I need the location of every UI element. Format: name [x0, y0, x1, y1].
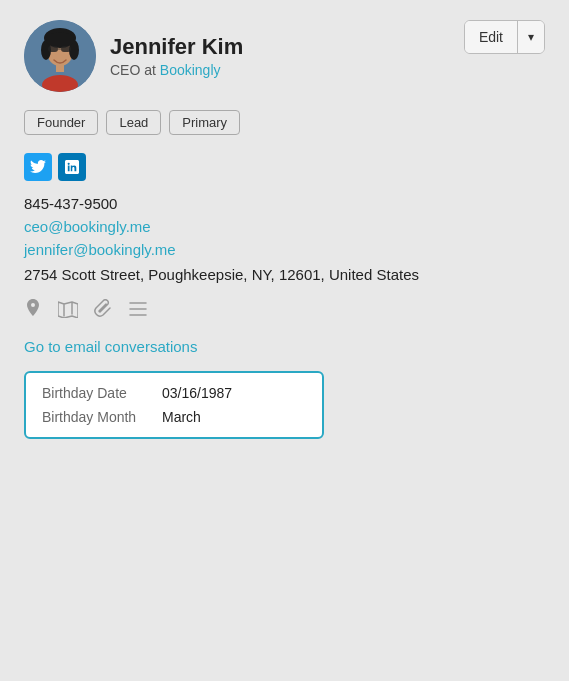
attachment-icon[interactable]: [94, 299, 112, 324]
email-primary[interactable]: ceo@bookingly.me: [24, 218, 545, 235]
phone-number: 845-437-9500: [24, 195, 545, 212]
dropdown-button[interactable]: ▾: [518, 20, 544, 54]
location-icon[interactable]: [24, 299, 42, 324]
birthday-box: Birthday Date 03/16/1987 Birthday Month …: [24, 371, 324, 439]
tags-container: Founder Lead Primary: [24, 110, 545, 135]
contact-card: Jennifer Kim CEO at Bookingly Edit ▾ Fou…: [0, 0, 569, 681]
company-link[interactable]: Bookingly: [160, 62, 221, 78]
go-to-email-link[interactable]: Go to email conversations: [24, 338, 545, 355]
social-icons: [24, 153, 545, 181]
svg-rect-7: [61, 46, 71, 52]
header: Jennifer Kim CEO at Bookingly Edit ▾: [24, 20, 545, 92]
contact-info: 845-437-9500 ceo@bookingly.me jennifer@b…: [24, 195, 545, 285]
birthday-month-label: Birthday Month: [42, 409, 162, 425]
map-icon[interactable]: [58, 300, 78, 323]
linkedin-icon[interactable]: [58, 153, 86, 181]
birthday-month-row: Birthday Month March: [42, 409, 306, 425]
action-icons-row: [24, 299, 545, 324]
tag-founder[interactable]: Founder: [24, 110, 98, 135]
chevron-down-icon: ▾: [528, 30, 534, 44]
twitter-icon[interactable]: [24, 153, 52, 181]
contact-title: CEO at Bookingly: [110, 62, 243, 78]
edit-button[interactable]: Edit: [465, 20, 517, 54]
tag-lead[interactable]: Lead: [106, 110, 161, 135]
address: 2754 Scott Street, Poughkeepsie, NY, 126…: [24, 264, 545, 285]
contact-name: Jennifer Kim: [110, 34, 243, 60]
email-secondary[interactable]: jennifer@bookingly.me: [24, 241, 545, 258]
avatar: [24, 20, 96, 92]
list-icon[interactable]: [128, 301, 148, 322]
svg-point-5: [46, 32, 74, 48]
svg-rect-6: [48, 46, 58, 52]
name-block: Jennifer Kim CEO at Bookingly: [110, 34, 243, 78]
birthday-date-label: Birthday Date: [42, 385, 162, 401]
birthday-date-row: Birthday Date 03/16/1987: [42, 385, 306, 401]
edit-button-group: Edit ▾: [464, 20, 545, 54]
tag-primary[interactable]: Primary: [169, 110, 240, 135]
header-left: Jennifer Kim CEO at Bookingly: [24, 20, 243, 92]
svg-rect-10: [56, 64, 64, 72]
birthday-month-value: March: [162, 409, 201, 425]
birthday-date-value: 03/16/1987: [162, 385, 232, 401]
